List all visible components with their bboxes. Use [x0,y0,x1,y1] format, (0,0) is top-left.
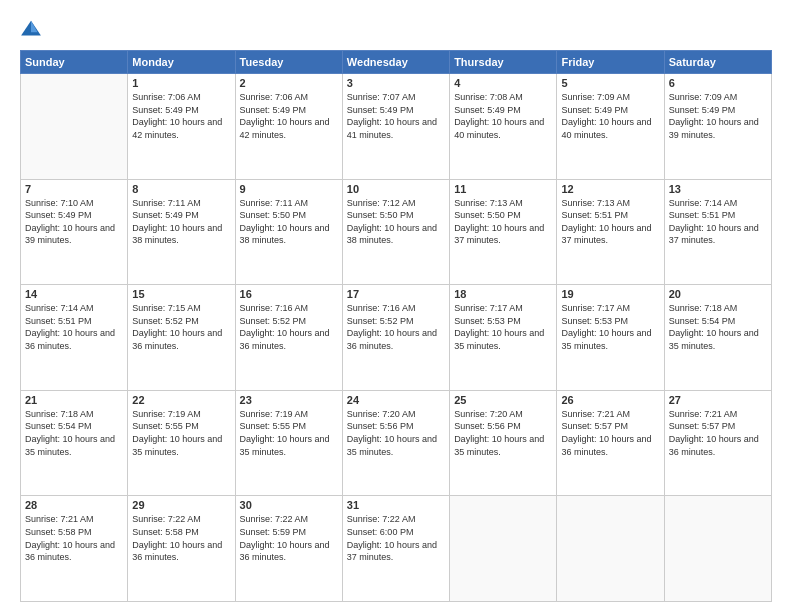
day-number: 31 [347,499,445,511]
day-number: 18 [454,288,552,300]
day-number: 2 [240,77,338,89]
day-info: Sunrise: 7:18 AM Sunset: 5:54 PM Dayligh… [25,408,123,458]
day-info: Sunrise: 7:09 AM Sunset: 5:49 PM Dayligh… [669,91,767,141]
week-row-4: 28Sunrise: 7:21 AM Sunset: 5:58 PM Dayli… [21,496,772,602]
week-row-3: 21Sunrise: 7:18 AM Sunset: 5:54 PM Dayli… [21,390,772,496]
weekday-header-friday: Friday [557,51,664,74]
calendar-cell: 19Sunrise: 7:17 AM Sunset: 5:53 PM Dayli… [557,285,664,391]
calendar-cell: 1Sunrise: 7:06 AM Sunset: 5:49 PM Daylig… [128,74,235,180]
day-number: 14 [25,288,123,300]
day-number: 25 [454,394,552,406]
day-number: 8 [132,183,230,195]
calendar-cell: 28Sunrise: 7:21 AM Sunset: 5:58 PM Dayli… [21,496,128,602]
day-info: Sunrise: 7:07 AM Sunset: 5:49 PM Dayligh… [347,91,445,141]
calendar-cell [557,496,664,602]
day-info: Sunrise: 7:06 AM Sunset: 5:49 PM Dayligh… [132,91,230,141]
calendar-cell [21,74,128,180]
day-info: Sunrise: 7:21 AM Sunset: 5:58 PM Dayligh… [25,513,123,563]
calendar-cell: 20Sunrise: 7:18 AM Sunset: 5:54 PM Dayli… [664,285,771,391]
day-number: 29 [132,499,230,511]
day-number: 10 [347,183,445,195]
calendar-cell: 7Sunrise: 7:10 AM Sunset: 5:49 PM Daylig… [21,179,128,285]
weekday-row: SundayMondayTuesdayWednesdayThursdayFrid… [21,51,772,74]
calendar-cell: 10Sunrise: 7:12 AM Sunset: 5:50 PM Dayli… [342,179,449,285]
day-info: Sunrise: 7:20 AM Sunset: 5:56 PM Dayligh… [454,408,552,458]
day-number: 6 [669,77,767,89]
day-info: Sunrise: 7:10 AM Sunset: 5:49 PM Dayligh… [25,197,123,247]
day-number: 15 [132,288,230,300]
day-info: Sunrise: 7:08 AM Sunset: 5:49 PM Dayligh… [454,91,552,141]
weekday-header-wednesday: Wednesday [342,51,449,74]
day-number: 3 [347,77,445,89]
week-row-1: 7Sunrise: 7:10 AM Sunset: 5:49 PM Daylig… [21,179,772,285]
day-info: Sunrise: 7:12 AM Sunset: 5:50 PM Dayligh… [347,197,445,247]
calendar-cell: 29Sunrise: 7:22 AM Sunset: 5:58 PM Dayli… [128,496,235,602]
page: SundayMondayTuesdayWednesdayThursdayFrid… [0,0,792,612]
calendar-header: SundayMondayTuesdayWednesdayThursdayFrid… [21,51,772,74]
calendar-cell: 6Sunrise: 7:09 AM Sunset: 5:49 PM Daylig… [664,74,771,180]
day-number: 7 [25,183,123,195]
day-number: 4 [454,77,552,89]
weekday-header-monday: Monday [128,51,235,74]
calendar-cell: 17Sunrise: 7:16 AM Sunset: 5:52 PM Dayli… [342,285,449,391]
weekday-header-sunday: Sunday [21,51,128,74]
calendar-body: 1Sunrise: 7:06 AM Sunset: 5:49 PM Daylig… [21,74,772,602]
day-info: Sunrise: 7:22 AM Sunset: 6:00 PM Dayligh… [347,513,445,563]
day-info: Sunrise: 7:21 AM Sunset: 5:57 PM Dayligh… [669,408,767,458]
day-info: Sunrise: 7:11 AM Sunset: 5:49 PM Dayligh… [132,197,230,247]
calendar-cell: 5Sunrise: 7:09 AM Sunset: 5:49 PM Daylig… [557,74,664,180]
day-info: Sunrise: 7:09 AM Sunset: 5:49 PM Dayligh… [561,91,659,141]
day-info: Sunrise: 7:17 AM Sunset: 5:53 PM Dayligh… [454,302,552,352]
weekday-header-tuesday: Tuesday [235,51,342,74]
calendar-cell: 15Sunrise: 7:15 AM Sunset: 5:52 PM Dayli… [128,285,235,391]
day-number: 12 [561,183,659,195]
calendar-cell: 23Sunrise: 7:19 AM Sunset: 5:55 PM Dayli… [235,390,342,496]
day-info: Sunrise: 7:11 AM Sunset: 5:50 PM Dayligh… [240,197,338,247]
calendar-cell: 14Sunrise: 7:14 AM Sunset: 5:51 PM Dayli… [21,285,128,391]
day-info: Sunrise: 7:22 AM Sunset: 5:59 PM Dayligh… [240,513,338,563]
calendar-cell: 16Sunrise: 7:16 AM Sunset: 5:52 PM Dayli… [235,285,342,391]
day-number: 20 [669,288,767,300]
day-info: Sunrise: 7:19 AM Sunset: 5:55 PM Dayligh… [132,408,230,458]
calendar-cell: 25Sunrise: 7:20 AM Sunset: 5:56 PM Dayli… [450,390,557,496]
day-number: 28 [25,499,123,511]
day-number: 19 [561,288,659,300]
day-info: Sunrise: 7:19 AM Sunset: 5:55 PM Dayligh… [240,408,338,458]
day-info: Sunrise: 7:14 AM Sunset: 5:51 PM Dayligh… [669,197,767,247]
day-number: 17 [347,288,445,300]
day-info: Sunrise: 7:20 AM Sunset: 5:56 PM Dayligh… [347,408,445,458]
day-info: Sunrise: 7:21 AM Sunset: 5:57 PM Dayligh… [561,408,659,458]
calendar-cell: 4Sunrise: 7:08 AM Sunset: 5:49 PM Daylig… [450,74,557,180]
day-number: 24 [347,394,445,406]
day-info: Sunrise: 7:16 AM Sunset: 5:52 PM Dayligh… [347,302,445,352]
logo [20,18,44,40]
calendar-cell: 31Sunrise: 7:22 AM Sunset: 6:00 PM Dayli… [342,496,449,602]
calendar-cell: 21Sunrise: 7:18 AM Sunset: 5:54 PM Dayli… [21,390,128,496]
day-info: Sunrise: 7:16 AM Sunset: 5:52 PM Dayligh… [240,302,338,352]
day-number: 1 [132,77,230,89]
calendar-cell: 8Sunrise: 7:11 AM Sunset: 5:49 PM Daylig… [128,179,235,285]
calendar-cell: 30Sunrise: 7:22 AM Sunset: 5:59 PM Dayli… [235,496,342,602]
header [20,18,772,40]
day-number: 30 [240,499,338,511]
calendar-cell: 12Sunrise: 7:13 AM Sunset: 5:51 PM Dayli… [557,179,664,285]
day-number: 13 [669,183,767,195]
day-info: Sunrise: 7:18 AM Sunset: 5:54 PM Dayligh… [669,302,767,352]
calendar-cell [664,496,771,602]
calendar-table: SundayMondayTuesdayWednesdayThursdayFrid… [20,50,772,602]
day-info: Sunrise: 7:17 AM Sunset: 5:53 PM Dayligh… [561,302,659,352]
day-info: Sunrise: 7:13 AM Sunset: 5:50 PM Dayligh… [454,197,552,247]
calendar-cell: 26Sunrise: 7:21 AM Sunset: 5:57 PM Dayli… [557,390,664,496]
day-number: 26 [561,394,659,406]
calendar-cell: 3Sunrise: 7:07 AM Sunset: 5:49 PM Daylig… [342,74,449,180]
week-row-0: 1Sunrise: 7:06 AM Sunset: 5:49 PM Daylig… [21,74,772,180]
day-info: Sunrise: 7:13 AM Sunset: 5:51 PM Dayligh… [561,197,659,247]
calendar-cell [450,496,557,602]
calendar-cell: 24Sunrise: 7:20 AM Sunset: 5:56 PM Dayli… [342,390,449,496]
day-number: 9 [240,183,338,195]
day-number: 23 [240,394,338,406]
logo-icon [20,18,42,40]
calendar-cell: 2Sunrise: 7:06 AM Sunset: 5:49 PM Daylig… [235,74,342,180]
day-number: 22 [132,394,230,406]
day-info: Sunrise: 7:15 AM Sunset: 5:52 PM Dayligh… [132,302,230,352]
